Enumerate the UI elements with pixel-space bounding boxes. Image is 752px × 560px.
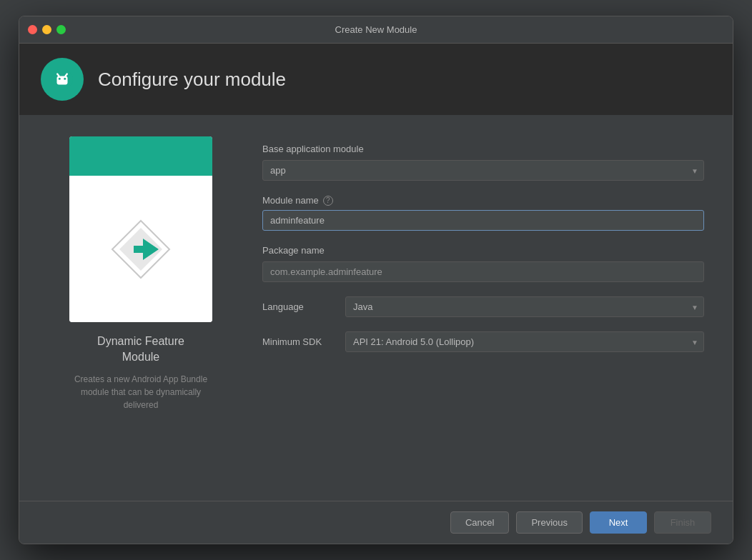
left-panel: Dynamic Feature Module Creates a new And… <box>48 136 234 479</box>
svg-rect-1 <box>57 76 68 85</box>
base-app-module-select[interactable]: app <box>262 160 704 181</box>
language-wrapper: Java Kotlin ▼ <box>345 296 704 317</box>
main-window: Create New Module Configure your module <box>19 16 733 544</box>
title-bar: Create New Module <box>19 16 733 44</box>
android-icon <box>49 66 75 92</box>
android-logo <box>41 58 84 101</box>
window-title: Create New Module <box>335 24 417 35</box>
cancel-button[interactable]: Cancel <box>450 511 509 534</box>
module-name-help-icon[interactable]: ? <box>323 196 333 206</box>
svg-point-2 <box>59 78 61 80</box>
package-name-label: Package name <box>262 245 704 256</box>
language-label: Language <box>262 301 334 312</box>
content-area: Dynamic Feature Module Creates a new And… <box>19 115 733 501</box>
svg-point-3 <box>64 78 66 80</box>
package-name-value: com.example.adminfeature <box>262 261 704 282</box>
module-preview <box>69 136 212 322</box>
minimum-sdk-label: Minimum SDK <box>262 336 334 347</box>
previous-button[interactable]: Previous <box>516 511 583 534</box>
base-app-module-label: Base application module <box>262 144 704 154</box>
page-title: Configure your module <box>98 69 286 91</box>
base-app-module-group: Base application module app ▼ <box>262 144 704 181</box>
right-panel: Base application module app ▼ Module nam… <box>262 136 704 479</box>
header: Configure your module <box>19 44 733 115</box>
minimum-sdk-select[interactable]: API 15: Android 4.0.3 (IceCreamSandwich)… <box>345 331 704 352</box>
minimize-button[interactable] <box>42 25 51 34</box>
module-preview-body <box>69 176 212 322</box>
finish-button: Finish <box>654 511 711 534</box>
module-name-label-row: Module name ? <box>262 195 704 206</box>
base-app-module-wrapper: app ▼ <box>262 160 704 181</box>
close-button[interactable] <box>28 25 37 34</box>
minimum-sdk-wrapper: API 15: Android 4.0.3 (IceCreamSandwich)… <box>345 331 704 352</box>
language-group: Language Java Kotlin ▼ <box>262 296 704 317</box>
footer: Cancel Previous Next Finish <box>19 501 733 544</box>
window-controls <box>28 25 66 34</box>
module-type-description: Creates a new Android App Bundle module … <box>62 373 219 411</box>
next-button[interactable]: Next <box>590 511 647 534</box>
module-preview-header <box>69 136 212 176</box>
language-select[interactable]: Java Kotlin <box>345 296 704 317</box>
dynamic-feature-icon <box>109 217 173 281</box>
module-name-input[interactable] <box>262 210 704 231</box>
module-name-group: Module name ? <box>262 195 704 231</box>
maximize-button[interactable] <box>56 25 66 34</box>
minimum-sdk-group: Minimum SDK API 15: Android 4.0.3 (IceCr… <box>262 331 704 352</box>
module-type-title: Dynamic Feature Module <box>97 334 184 366</box>
package-name-group: Package name com.example.adminfeature <box>262 245 704 282</box>
module-name-label: Module name <box>262 195 319 206</box>
